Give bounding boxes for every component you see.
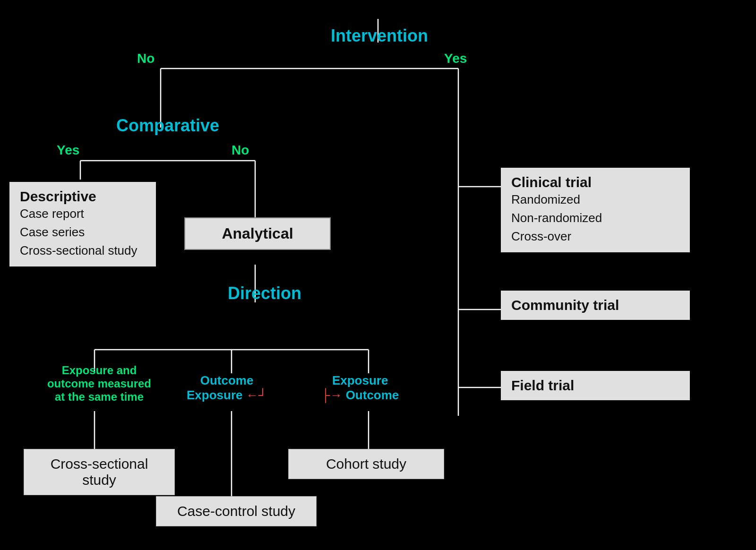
intervention-label: Intervention	[331, 26, 425, 46]
comparative-label: Comparative	[113, 116, 222, 136]
community-trial-label: Community trial	[511, 297, 619, 313]
descriptive-box: Descriptive Case reportCase seriesCross-…	[9, 182, 156, 266]
field-trial-label: Field trial	[511, 378, 574, 393]
descriptive-items: Case reportCase seriesCross-sectional st…	[20, 205, 146, 260]
case-control-box: Case-control study	[156, 496, 317, 526]
cross-sectional-box: Cross-sectional study	[24, 449, 175, 495]
clinical-trial-items: RandomizedNon-randomizedCross-over	[511, 190, 679, 246]
yes-label: Yes	[444, 51, 467, 66]
community-trial-box: Community trial	[501, 291, 690, 320]
cohort-box: Cohort study	[288, 449, 444, 479]
exposure-arrow-right: ├→ Outcome	[321, 388, 399, 403]
case-control-label: Case-control study	[177, 503, 295, 519]
case-control-direction: Outcome Exposure ←┘	[187, 373, 267, 403]
outcome-label: Outcome	[187, 373, 267, 388]
field-trial-box: Field trial	[501, 371, 690, 400]
yes2-label: Yes	[57, 143, 79, 158]
cross-sectional-label: Cross-sectional study	[51, 456, 148, 488]
no2-label: No	[232, 143, 249, 158]
cohort-label: Cohort study	[326, 456, 406, 472]
exposure-arrow-left: Exposure ←┘	[187, 388, 267, 403]
descriptive-title: Descriptive	[20, 189, 146, 205]
direction-label: Direction	[217, 284, 312, 303]
clinical-trial-box: Clinical trial RandomizedNon-randomizedC…	[501, 168, 690, 252]
analytical-label: Analytical	[222, 225, 293, 242]
cohort-direction: Exposure ├→ Outcome	[321, 373, 399, 403]
analytical-box: Analytical	[184, 217, 331, 250]
exposure-outcome-same: Exposure andoutcome measuredat the same …	[43, 364, 156, 404]
no-label: No	[137, 51, 155, 66]
clinical-trial-title: Clinical trial	[511, 174, 679, 190]
exposure-label: Exposure	[321, 373, 399, 388]
